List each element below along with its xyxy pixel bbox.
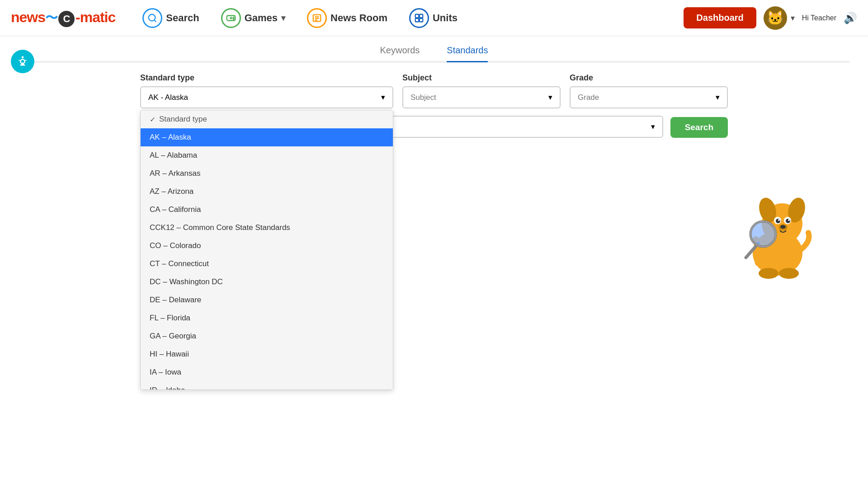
dropdown-item-ca[interactable]: CA – California xyxy=(141,201,393,219)
grade-group: Grade Grade ▾ xyxy=(570,73,728,108)
standard-type-group: Standard type AK - Alaska ▾ ✓ Standard t… xyxy=(140,73,393,108)
logo-wifi-icon: 〜 xyxy=(45,11,57,25)
tab-keywords[interactable]: Keywords xyxy=(380,45,420,62)
dropdown-item-ga[interactable]: GA – Georgia xyxy=(141,327,393,345)
logo-part1: news xyxy=(11,9,45,25)
nav-right: Dashboard 🐱 ▾ Hi Teacher 🔊 xyxy=(684,6,857,30)
dropdown-chevron-icon: ▾ xyxy=(381,93,385,102)
dropdown-header-item[interactable]: ✓ Standard type xyxy=(141,110,393,128)
navbar: news〜C-matic Search Games ▾ xyxy=(0,0,868,36)
logo-part2: -matic xyxy=(75,9,115,25)
teacher-name-label: Hi Teacher xyxy=(802,14,836,22)
dropdown-item-de[interactable]: DE – Delaware xyxy=(141,291,393,309)
subject-label: Subject xyxy=(402,73,561,83)
tabs: Keywords Standards xyxy=(18,45,850,62)
grade-dropdown[interactable]: Grade ▾ xyxy=(570,86,728,108)
newsroom-label: News Room xyxy=(330,12,387,24)
standard-type-container: AK - Alaska ▾ ✓ Standard type AK – Alask… xyxy=(140,86,393,108)
subject-dropdown[interactable]: Subject ▾ xyxy=(402,86,561,108)
svg-point-23 xyxy=(786,219,790,223)
tab-standards[interactable]: Standards xyxy=(447,45,488,62)
search-nav-icon xyxy=(142,8,162,28)
standard-type-dropdown[interactable]: ✓ Standard type AK – Alaska AL – Alabama… xyxy=(140,110,393,390)
dropdown-item-az[interactable]: AZ – Arizona xyxy=(141,183,393,201)
standard-type-label: Standard type xyxy=(140,73,393,83)
svg-point-25 xyxy=(788,219,790,221)
subject-group: Subject Subject ▾ xyxy=(402,73,561,108)
subject-placeholder: Subject xyxy=(410,93,436,102)
dropdown-item-ct[interactable]: CT – Connecticut xyxy=(141,255,393,273)
nav-newsroom[interactable]: News Room xyxy=(298,5,396,32)
dashboard-button[interactable]: Dashboard xyxy=(684,7,756,28)
dropdown-item-al[interactable]: AL – Alabama xyxy=(141,146,393,164)
units-nav-icon xyxy=(409,8,429,28)
dropdown-item-ak[interactable]: AK – Alaska xyxy=(141,128,393,146)
games-nav-icon xyxy=(221,8,241,28)
mascot xyxy=(732,181,832,289)
search-area: Standard type AK - Alaska ▾ ✓ Standard t… xyxy=(140,73,728,138)
svg-point-15 xyxy=(22,56,24,58)
grade-chevron-icon: ▾ xyxy=(716,93,720,102)
nav-games[interactable]: Games ▾ xyxy=(212,5,294,32)
search-label: Search xyxy=(166,12,199,24)
games-label: Games xyxy=(245,12,278,24)
dropdown-item-id[interactable]: ID – Idaho xyxy=(141,381,393,390)
nav-search[interactable]: Search xyxy=(133,5,208,32)
units-label: Units xyxy=(433,12,458,24)
svg-point-32 xyxy=(759,268,778,279)
svg-point-27 xyxy=(780,225,786,229)
dropdown-item-dc[interactable]: DC – Washington DC xyxy=(141,273,393,291)
svg-point-24 xyxy=(778,219,780,221)
nav-items: Search Games ▾ News xyxy=(133,5,684,32)
svg-rect-12 xyxy=(420,14,423,17)
svg-point-22 xyxy=(776,219,780,223)
standard-type-selected: AK - Alaska xyxy=(148,93,188,102)
svg-rect-11 xyxy=(415,14,419,17)
check-icon: ✓ xyxy=(150,115,156,124)
accessibility-button[interactable] xyxy=(11,50,34,73)
search-button[interactable]: Search xyxy=(670,117,728,138)
svg-point-5 xyxy=(233,17,234,18)
logo-text: news〜C-matic xyxy=(11,9,115,27)
subject-chevron-icon: ▾ xyxy=(548,93,552,102)
dropdown-item-co[interactable]: CO – Colorado xyxy=(141,237,393,255)
games-chevron-icon: ▾ xyxy=(281,13,285,23)
standard-type-trigger[interactable]: AK - Alaska ▾ xyxy=(140,86,393,108)
dropdown-item-ar[interactable]: AR – Arkansas xyxy=(141,164,393,183)
svg-point-33 xyxy=(779,268,799,279)
teacher-avatar[interactable]: 🐱 ▾ xyxy=(764,6,795,30)
svg-rect-13 xyxy=(415,18,419,21)
standard-chevron-icon: ▾ xyxy=(651,122,655,131)
newsroom-nav-icon xyxy=(307,8,327,28)
dropdown-item-cck12[interactable]: CCK12 – Common Core State Standards xyxy=(141,219,393,237)
logo-c: C xyxy=(58,11,75,27)
svg-point-6 xyxy=(233,18,234,19)
nav-units[interactable]: Units xyxy=(400,5,467,32)
logo[interactable]: news〜C-matic xyxy=(11,9,115,27)
grade-placeholder: Grade xyxy=(578,93,599,102)
main-content: Keywords Standards Standard type AK - Al… xyxy=(0,36,868,147)
filter-row: Standard type AK - Alaska ▾ ✓ Standard t… xyxy=(140,73,728,108)
avatar: 🐱 xyxy=(764,6,787,30)
dropdown-item-hi[interactable]: HI – Hawaii xyxy=(141,345,393,363)
volume-icon[interactable]: 🔊 xyxy=(844,12,857,24)
avatar-chevron-icon: ▾ xyxy=(791,13,795,23)
grade-label: Grade xyxy=(570,73,728,83)
svg-rect-14 xyxy=(420,18,423,21)
dropdown-item-fl[interactable]: FL – Florida xyxy=(141,309,393,327)
dropdown-item-ia[interactable]: IA – Iowa xyxy=(141,363,393,381)
svg-point-0 xyxy=(149,14,156,21)
svg-line-1 xyxy=(155,20,156,22)
